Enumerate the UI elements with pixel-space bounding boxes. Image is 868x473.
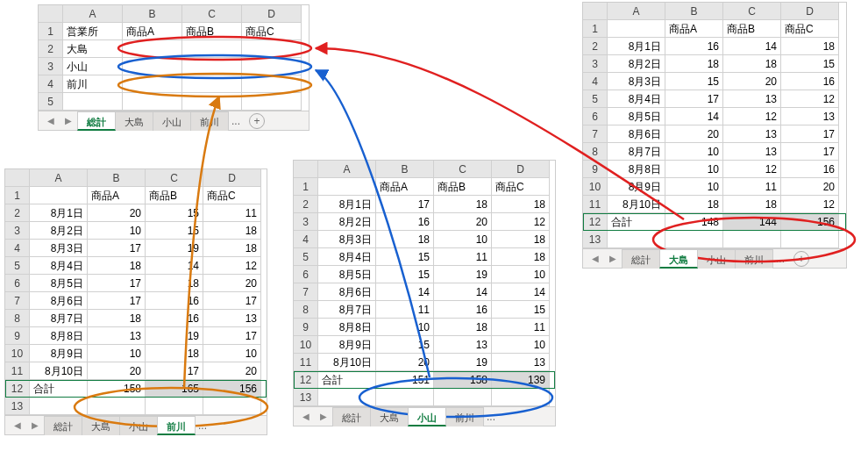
tab-koyama[interactable]: 小山 (153, 111, 191, 131)
date-cell[interactable]: 8月10日 (608, 196, 665, 213)
date-cell[interactable]: 8月7日 (608, 143, 665, 161)
col-A[interactable]: A (30, 169, 88, 187)
header-productC[interactable]: 商品C (781, 20, 839, 38)
tab-total[interactable]: 総計 (332, 407, 371, 426)
total-c[interactable]: 144 (723, 213, 781, 231)
tab-maekawa[interactable]: 前川 (445, 407, 484, 426)
col-A[interactable]: A (63, 5, 123, 23)
tabs-next-icon[interactable]: ▶ (604, 249, 622, 269)
tab-maekawa[interactable]: 前川 (190, 111, 229, 131)
col-D[interactable]: D (242, 5, 302, 23)
tabs-next-icon[interactable]: ▶ (315, 407, 332, 426)
total-d[interactable]: 139 (492, 371, 550, 389)
col-B[interactable]: B (88, 169, 146, 187)
summary-tabs: ◀ ▶ 総計 大島 小山 前川 ... + (39, 111, 309, 130)
row-5[interactable]: 5 (39, 93, 63, 111)
tab-total[interactable]: 総計 (622, 249, 660, 269)
col-D[interactable]: D (781, 3, 839, 20)
koyama-tabs: ◀ ▶ 総計 大島 小山 前川 ... (294, 406, 555, 426)
col-B[interactable]: B (376, 161, 434, 178)
total-c[interactable]: 165 (146, 380, 203, 398)
total-label[interactable]: 合計 (30, 380, 88, 398)
tab-total[interactable]: 総計 (44, 416, 82, 435)
select-all-corner[interactable] (39, 5, 63, 23)
header-productC[interactable]: 商品C (203, 187, 261, 204)
tab-oshima[interactable]: 大島 (659, 249, 698, 269)
header-productB[interactable]: 商品B (434, 178, 492, 196)
tab-koyama[interactable]: 小山 (119, 416, 158, 435)
header-office[interactable]: 営業所 (63, 23, 123, 40)
total-label[interactable]: 合計 (318, 371, 376, 389)
tabs-prev-icon[interactable]: ◀ (587, 249, 604, 269)
add-sheet-button[interactable]: + (249, 113, 265, 129)
add-sheet-button[interactable]: + (793, 251, 809, 267)
row-2[interactable]: 2 (39, 40, 63, 58)
col-C[interactable]: C (182, 5, 242, 23)
total-d[interactable]: 156 (781, 213, 839, 231)
total-d[interactable]: 156 (203, 380, 261, 398)
tabs-prev-icon[interactable]: ◀ (297, 407, 315, 426)
tabs-next-icon[interactable]: ▶ (60, 111, 77, 131)
col-C[interactable]: C (146, 169, 203, 187)
header-productA[interactable]: 商品A (123, 23, 182, 40)
select-all-corner[interactable] (294, 161, 318, 178)
col-B[interactable]: B (665, 3, 723, 20)
total-c[interactable]: 158 (434, 371, 492, 389)
summary-sheet: A B C D 1 営業所 商品A 商品B 商品C 2 大島 3 小山 4 前川… (38, 4, 309, 131)
tab-koyama[interactable]: 小山 (408, 407, 446, 426)
row-1[interactable]: 1 (39, 23, 63, 40)
tabs-more[interactable]: ... (772, 249, 788, 269)
date-cell[interactable]: 8月1日 (608, 38, 665, 55)
date-cell[interactable]: 8月4日 (608, 90, 665, 108)
header-productA[interactable]: 商品A (88, 187, 146, 204)
maekawa-sheet: A B C D 1商品A商品B商品C 28月1日201511 38月2日1015… (4, 168, 267, 435)
header-productB[interactable]: 商品B (146, 187, 203, 204)
tab-oshima[interactable]: 大島 (115, 111, 153, 131)
tab-maekawa[interactable]: 前川 (735, 249, 773, 269)
tabs-more[interactable]: ... (195, 416, 210, 435)
header-productB[interactable]: 商品B (182, 23, 242, 40)
header-productC[interactable]: 商品C (492, 178, 550, 196)
col-A[interactable]: A (608, 3, 665, 20)
col-B[interactable]: B (123, 5, 182, 23)
tab-oshima[interactable]: 大島 (370, 407, 409, 426)
total-b[interactable]: 151 (376, 371, 434, 389)
date-cell[interactable]: 8月5日 (608, 108, 665, 125)
col-A[interactable]: A (318, 161, 376, 178)
row-3[interactable]: 3 (39, 58, 63, 75)
total-b[interactable]: 148 (665, 213, 723, 231)
col-D[interactable]: D (203, 169, 261, 187)
col-D[interactable]: D (492, 161, 550, 178)
tabs-more[interactable]: ... (483, 407, 499, 426)
tab-oshima[interactable]: 大島 (82, 416, 120, 435)
tab-koyama[interactable]: 小山 (697, 249, 736, 269)
header-productB[interactable]: 商品B (723, 20, 781, 38)
tabs-prev-icon[interactable]: ◀ (42, 111, 60, 131)
row-oshima[interactable]: 大島 (63, 40, 123, 58)
select-all-corner[interactable] (583, 3, 608, 20)
total-b[interactable]: 158 (88, 380, 146, 398)
row-4[interactable]: 4 (39, 75, 63, 93)
maekawa-tabs: ◀ ▶ 総計 大島 小山 前川 ... (5, 415, 267, 434)
koyama-sheet: A B C D 1商品A商品B商品C 28月1日171818 38月2日1620… (293, 160, 556, 426)
date-cell[interactable]: 8月8日 (608, 161, 665, 178)
date-cell[interactable]: 8月2日 (608, 55, 665, 73)
date-cell[interactable]: 8月6日 (608, 125, 665, 143)
oshima-sheet: A B C D 1 商品A 商品B 商品C 28月1日161418 38月2日1… (582, 2, 847, 269)
date-cell[interactable]: 8月9日 (608, 178, 665, 196)
col-C[interactable]: C (434, 161, 492, 178)
header-productA[interactable]: 商品A (376, 178, 434, 196)
tabs-prev-icon[interactable]: ◀ (9, 416, 26, 435)
select-all-corner[interactable] (5, 169, 30, 187)
header-productC[interactable]: 商品C (242, 23, 302, 40)
tab-maekawa[interactable]: 前川 (157, 416, 196, 435)
tab-total[interactable]: 総計 (77, 111, 116, 131)
row-maekawa[interactable]: 前川 (63, 75, 123, 93)
tabs-more[interactable]: ... (228, 111, 244, 131)
row-koyama[interactable]: 小山 (63, 58, 123, 75)
header-productA[interactable]: 商品A (665, 20, 723, 38)
tabs-next-icon[interactable]: ▶ (26, 416, 44, 435)
col-C[interactable]: C (723, 3, 781, 20)
total-label[interactable]: 合計 (608, 213, 665, 231)
date-cell[interactable]: 8月3日 (608, 73, 665, 90)
